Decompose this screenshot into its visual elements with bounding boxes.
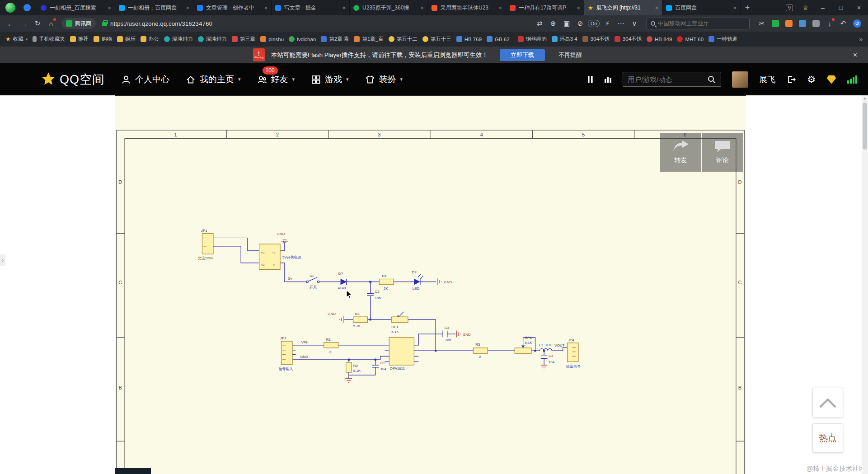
home-icon[interactable]: ⌂ (44, 17, 58, 30)
qzone-logo[interactable]: QQ空间 (41, 71, 105, 88)
bookmark-item[interactable]: HB 849 (647, 36, 672, 42)
equalizer-icon[interactable] (604, 75, 612, 83)
translate-icon[interactable] (772, 20, 779, 27)
undo-icon[interactable]: ↶ (836, 17, 850, 30)
search-icon[interactable] (707, 75, 716, 84)
bookmark-item[interactable]: 一种轨道 (708, 36, 737, 42)
bookmark-item[interactable]: HB 769 (456, 36, 482, 42)
banner-close-icon[interactable]: × (853, 51, 857, 59)
qzone-search-input[interactable] (628, 75, 704, 83)
bookmark-item[interactable]: 办公 (141, 36, 159, 42)
pinned-tab-icon[interactable] (23, 4, 31, 11)
bookmark-item[interactable]: GB 62 - (487, 36, 513, 42)
adblock-icon[interactable]: ⊘ (573, 17, 587, 30)
username[interactable]: 展飞 (759, 74, 775, 85)
tab-close-icon[interactable]: × (264, 5, 267, 11)
address-search-input[interactable] (658, 20, 746, 27)
bookmark-item[interactable]: 娱乐 (117, 36, 136, 42)
bookmark-item[interactable]: 手机收藏夹 (33, 36, 65, 42)
screenshot-icon[interactable]: ▣ (560, 17, 573, 30)
tab[interactable]: 一种具有17路可调P × (506, 0, 584, 15)
diamond-icon[interactable] (826, 75, 836, 84)
pause-music-icon[interactable] (587, 75, 593, 83)
minimize-button[interactable]: – (814, 0, 832, 15)
bookmark-favorites[interactable]: ★ 收藏 ▾ (5, 36, 28, 42)
avatar[interactable] (732, 71, 748, 88)
nav-games[interactable]: 游戏 ▾ (311, 74, 349, 85)
zoom-icon[interactable]: ⊕ (546, 17, 560, 30)
password-manager-icon[interactable]: On (587, 17, 601, 30)
window-close-button[interactable]: × (850, 0, 868, 15)
bookmark-item[interactable]: 第1章_百 (354, 36, 383, 42)
more-tools-icon[interactable]: ⋯ (614, 17, 628, 30)
forward-icon[interactable]: → (17, 17, 31, 30)
bookmark-item[interactable]: 第三章 (232, 36, 256, 42)
nav-personal-center[interactable]: 个人中心 (121, 74, 169, 85)
bookmark-item[interactable]: MHT 60 (677, 36, 704, 42)
new-tab-button[interactable]: + (741, 0, 754, 15)
maximize-button[interactable]: □ (832, 0, 850, 15)
flash-download-button[interactable]: 立即下载 (500, 49, 545, 61)
comment-button[interactable]: 评论 (702, 133, 743, 172)
tab-close-icon[interactable]: × (186, 5, 189, 11)
scrollbar-thumb[interactable] (863, 103, 867, 150)
bookmark-item[interactable]: 第五十三 (422, 36, 451, 42)
tab[interactable]: 百度网盘 × (662, 0, 741, 15)
nav-dressup[interactable]: 装扮 ▾ (365, 74, 403, 85)
back-to-top-button[interactable] (812, 388, 843, 418)
flash-dismiss-button[interactable]: 不再提醒 (558, 51, 582, 59)
back-icon[interactable]: ← (4, 17, 17, 30)
tab-close-icon[interactable]: × (420, 5, 424, 11)
bookmarks-overflow-icon[interactable]: » (859, 36, 863, 42)
bookmark-item[interactable]: 混沌钟力 (198, 36, 227, 42)
bookmark-item[interactable]: 购物 (94, 36, 112, 42)
tab[interactable]: 文章管理 - 创作者中 × (193, 0, 272, 15)
site-chip[interactable]: 腾讯网 (61, 18, 96, 29)
game-center-icon[interactable] (785, 20, 793, 27)
nav-friends[interactable]: 100 好友 ▾ (257, 74, 295, 85)
tab[interactable]: 一刻相册：百度网盘 × (115, 0, 193, 15)
tab-active[interactable]: ★ 展飞空间 [http://31 × (584, 0, 662, 15)
bookmark-item[interactable]: 304不锈 (615, 36, 642, 42)
paw-plugin-icon[interactable] (812, 20, 820, 27)
toolbar-collapse-icon[interactable]: ∨ (628, 17, 641, 30)
tab-close-icon[interactable]: × (733, 5, 737, 11)
bookmark-item[interactable]: 304不锈 (582, 36, 610, 42)
logout-icon[interactable] (786, 75, 796, 84)
bookmark-item[interactable]: lvdichan (289, 36, 316, 42)
scrollbar-up-icon[interactable]: ▲ (862, 95, 868, 102)
swap-icon[interactable]: ⇄ (533, 17, 546, 30)
extensions-badge[interactable]: 9 (781, 0, 798, 15)
bookmark-item[interactable]: 混沌钟力 (164, 36, 193, 42)
nav-my-home[interactable]: 我的主页 ▾ (186, 74, 241, 85)
gear-icon[interactable]: ⚙ (807, 74, 816, 85)
tab-close-icon[interactable]: × (108, 5, 111, 11)
bookmark-item[interactable]: pinshu (260, 36, 284, 42)
forward-button[interactable]: 转发 (660, 133, 701, 172)
url-text[interactable]: https://user.qzone.qq.com/316234760 (110, 20, 533, 27)
hotspot-button[interactable]: 热点 (812, 423, 843, 453)
bookmark-item[interactable]: 推荐 (70, 36, 89, 42)
download-icon[interactable]: ↓ (823, 17, 836, 30)
bookmark-item[interactable]: 第五十二 (389, 36, 418, 42)
tab[interactable]: 一刻相册_百度搜索 × (37, 0, 115, 15)
tab-close-icon[interactable]: × (342, 5, 346, 11)
bookmark-item[interactable]: 环岛3 4 (552, 36, 577, 42)
reload-icon[interactable]: ↻ (31, 17, 44, 30)
scissors-icon[interactable]: ✂ (755, 17, 769, 30)
tab[interactable]: 写文章 - 掘金 × (272, 0, 350, 15)
signal-bars-icon[interactable] (847, 75, 857, 84)
scrollbar[interactable]: ▲ (862, 95, 868, 474)
bookmark-item[interactable]: 钢丝绳的 (518, 36, 547, 42)
tab[interactable]: 采用两块半球体U23 × (428, 0, 506, 15)
boost-icon[interactable]: ⚡ (601, 17, 614, 30)
bookmark-item[interactable]: 第2章 素 (321, 36, 349, 42)
tab[interactable]: U235原子弹_360搜 × (350, 0, 428, 15)
tab-close-icon[interactable]: × (655, 5, 658, 11)
tab-close-icon[interactable]: × (498, 5, 502, 11)
schematic-image[interactable]: 1 2 3 4 5 6 D C B D C B (115, 96, 746, 474)
tv-mode-icon[interactable] (799, 20, 806, 27)
side-panel-toggle[interactable]: › (0, 254, 5, 266)
tab-close-icon[interactable]: × (577, 5, 580, 11)
browser-logo-icon[interactable] (5, 3, 15, 13)
